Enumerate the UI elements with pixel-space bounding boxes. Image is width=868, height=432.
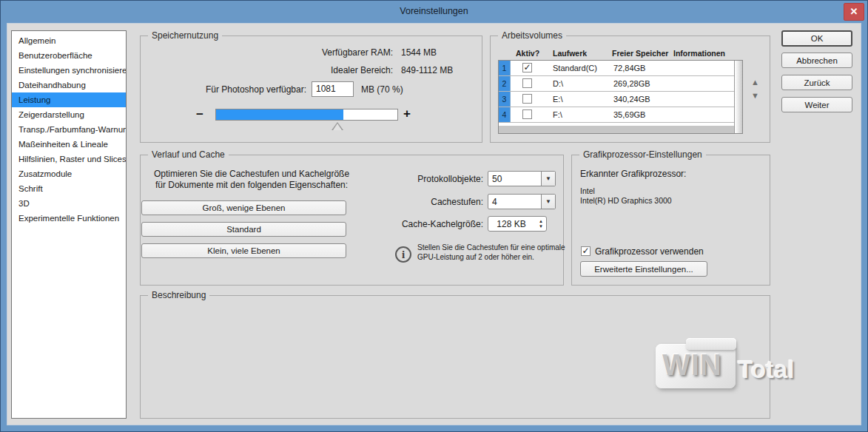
dropdown-arrow-icon[interactable]: ▼ — [541, 195, 555, 209]
ideal-range-label: Idealer Bereich: — [149, 65, 393, 75]
ps-memory-label: Für Photoshop verfügbar: — [149, 84, 306, 95]
dropdown-arrow-icon[interactable]: ▼ — [541, 172, 555, 186]
sidebar-item-dateihandhabung[interactable]: Dateihandhabung — [12, 78, 126, 92]
preset-large-button[interactable]: Groß, wenige Ebenen — [141, 200, 346, 215]
scratch-disk-row[interactable]: 3E:\340,24GB — [499, 92, 742, 107]
optimize-text-line2: für Dokumente mit den folgenden Eigensch… — [144, 180, 360, 190]
col-active: Aktiv? — [516, 49, 539, 58]
sidebar-item-allgemein[interactable]: Allgemein — [12, 33, 126, 48]
sidebar-item-experimentelle-funktionen[interactable]: Experimentelle Funktionen — [12, 211, 126, 226]
row-number: 1 — [499, 61, 511, 75]
window-title: Voreinstellungen — [1, 6, 867, 16]
history-cache-group-title: Verlauf und Cache — [148, 149, 229, 160]
cache-levels-value: 4 — [492, 197, 497, 207]
tile-size-label: Cache-Kachelgröße: — [335, 219, 483, 229]
drive-name: E:\ — [553, 95, 562, 104]
cache-levels-combo[interactable]: 4 ▼ — [488, 194, 556, 209]
ideal-range-value: 849-1112 MB — [401, 65, 453, 75]
drive-name: F:\ — [553, 110, 562, 119]
free-space: 72,84GB — [613, 64, 645, 72]
use-gpu-label: Grafikprozessor verwenden — [595, 246, 704, 257]
drive-name: Standard(C) — [553, 64, 597, 72]
sidebar-item-ma-einheiten-lineale[interactable]: Maßeinheiten & Lineale — [12, 137, 126, 152]
close-button[interactable]: ✕ — [844, 3, 864, 21]
gpu-detected-label: Erkannter Grafikprozessor: — [580, 169, 686, 179]
preferences-dialog: Voreinstellungen ✕ AllgemeinBenutzerober… — [0, 0, 868, 432]
available-ram-value: 1544 MB — [401, 47, 437, 58]
tile-size-value: 128 KB — [488, 219, 534, 229]
sidebar-item-zusatzmodule[interactable]: Zusatzmodule — [12, 166, 126, 181]
sidebar-item-einstellungen-synchronisieren[interactable]: Einstellungen synchronisieren — [12, 63, 126, 78]
memory-plus-button[interactable]: + — [403, 107, 411, 121]
watermark-win-text: WIN — [662, 348, 722, 382]
col-drive: Laufwerk — [553, 49, 587, 58]
move-down-button[interactable]: ▼ — [751, 91, 759, 100]
stepper-arrows-icon[interactable]: ▲▼ — [539, 219, 543, 229]
scratch-table-rows: 1✓Standard(C)72,84GB2D:\269,28GB3E:\340,… — [499, 61, 742, 123]
sidebar-item-leistung[interactable]: Leistung — [12, 92, 126, 107]
available-ram-label: Verfügbarer RAM: — [149, 47, 393, 58]
back-button[interactable]: Zurück — [781, 75, 852, 90]
col-free: Freier Speicher — [612, 49, 668, 58]
move-up-button[interactable]: ▲ — [751, 78, 759, 87]
memory-slider-track[interactable] — [215, 109, 398, 121]
sidebar-item-3d[interactable]: 3D — [12, 196, 126, 211]
active-checkbox[interactable] — [522, 78, 532, 88]
active-checkbox[interactable] — [522, 109, 532, 119]
optimize-text-line1: Optimieren Sie die Cachestufen und Kache… — [144, 169, 360, 179]
sidebar-item-transp-farbumfang-warnung[interactable]: Transp./Farbumfang-Warnung — [12, 122, 126, 137]
cache-levels-label: Cachestufen: — [335, 197, 483, 207]
memory-slider-thumb-face — [333, 124, 342, 130]
wintotal-watermark: WIN Total — [650, 335, 798, 394]
preset-small-button[interactable]: Klein, viele Ebenen — [141, 243, 346, 258]
advanced-settings-button[interactable]: Erweiterte Einstellungen... — [580, 261, 707, 277]
active-checkbox[interactable]: ✓ — [522, 63, 532, 72]
watermark-total-text: Total — [738, 356, 794, 384]
memory-slider-fill — [216, 109, 343, 120]
free-space: 35,69GB — [613, 110, 645, 119]
history-states-label: Protokollobjekte: — [335, 174, 483, 184]
cache-hint-text: Stellen Sie die Cachestufen für eine opt… — [417, 243, 567, 262]
description-group-title: Beschreibung — [148, 290, 209, 300]
scratch-disk-row[interactable]: 2D:\269,28GB — [499, 76, 742, 92]
memory-minus-button[interactable]: − — [196, 107, 203, 122]
info-icon: i — [395, 246, 411, 263]
sidebar-item-zeigerdarstellung[interactable]: Zeigerdarstellung — [12, 107, 126, 122]
titlebar: Voreinstellungen ✕ — [1, 1, 867, 23]
memory-slider-thumb[interactable] — [332, 122, 343, 130]
sidebar-item-benutzeroberfl-che[interactable]: Benutzeroberfläche — [12, 48, 126, 63]
next-button[interactable]: Weiter — [781, 97, 852, 112]
free-space: 340,24GB — [613, 95, 650, 104]
use-gpu-checkbox[interactable]: ✓ — [581, 246, 591, 256]
tile-size-stepper[interactable]: 128 KB ▲▼ — [488, 216, 547, 232]
cancel-button[interactable]: Abbrechen — [781, 53, 852, 68]
sidebar-list: AllgemeinBenutzeroberflächeEinstellungen… — [11, 30, 127, 419]
gpu-group-title: Grafikprozessor-Einstellungen — [579, 149, 706, 160]
history-states-combo[interactable]: 50 ▼ — [488, 171, 556, 186]
drive-name: D:\ — [553, 79, 563, 88]
table-filler — [499, 126, 734, 133]
ok-button[interactable]: OK — [781, 30, 852, 47]
table-scrollbar[interactable] — [734, 61, 742, 133]
row-number: 3 — [499, 92, 511, 107]
scratch-disk-row[interactable]: 1✓Standard(C)72,84GB — [499, 61, 742, 76]
ps-memory-suffix: MB (70 %) — [361, 84, 403, 95]
preset-standard-button[interactable]: Standard — [141, 222, 346, 237]
history-states-value: 50 — [492, 174, 502, 184]
row-number: 2 — [499, 76, 511, 91]
scratch-group-title: Arbeitsvolumes — [498, 30, 566, 41]
sidebar-item-hilfslinien-raster-und-slices[interactable]: Hilfslinien, Raster und Slices — [12, 152, 126, 166]
memory-group-title: Speichernutzung — [148, 30, 222, 41]
col-info: Informationen — [673, 49, 725, 58]
free-space: 269,28GB — [613, 79, 650, 88]
gpu-model: Intel(R) HD Graphics 3000 — [580, 196, 672, 205]
gpu-vendor: Intel — [580, 186, 595, 195]
ps-memory-input[interactable]: 1081 — [312, 81, 354, 97]
active-checkbox[interactable] — [522, 94, 532, 104]
sidebar-item-schrift[interactable]: Schrift — [12, 181, 126, 196]
scratch-disk-table[interactable]: 1✓Standard(C)72,84GB2D:\269,28GB3E:\340,… — [498, 60, 743, 134]
row-number: 4 — [499, 107, 511, 122]
scratch-disk-row[interactable]: 4F:\35,69GB — [499, 107, 742, 123]
